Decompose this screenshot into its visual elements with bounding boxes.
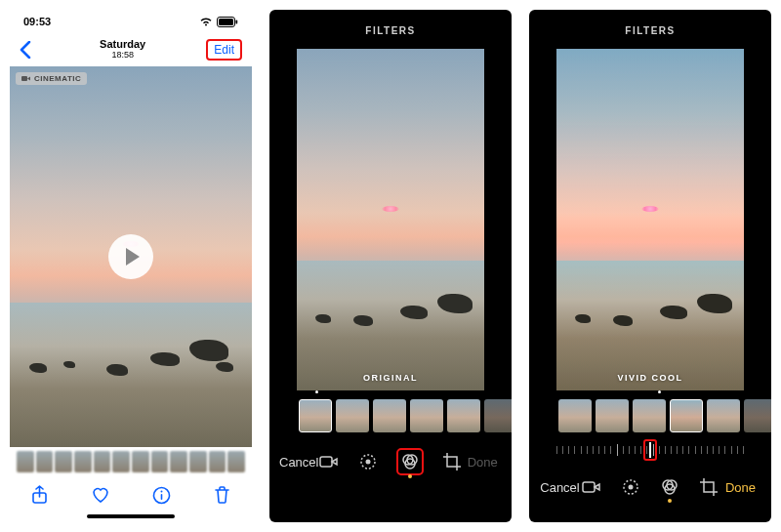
svg-point-6 <box>160 490 162 492</box>
status-right <box>199 17 238 27</box>
svg-rect-14 <box>583 482 595 492</box>
adjust-tool-icon[interactable] <box>620 476 641 498</box>
done-button[interactable]: Done <box>719 480 761 495</box>
filter-thumb-4[interactable] <box>707 399 740 432</box>
svg-rect-8 <box>320 457 332 467</box>
svg-rect-2 <box>236 20 238 23</box>
trash-button[interactable] <box>213 485 232 505</box>
cancel-button[interactable]: Cancel <box>539 480 581 495</box>
svg-rect-3 <box>21 76 27 81</box>
intensity-slider[interactable] <box>556 437 744 463</box>
filters-header: FILTERS <box>269 16 512 45</box>
screen-filters-vivid-cool: FILTERS VIVID COOL <box>529 10 771 522</box>
filter-thumb-1[interactable] <box>336 399 369 432</box>
filter-preview[interactable]: ORIGINAL <box>297 49 484 390</box>
battery-icon <box>217 17 238 27</box>
video-tool-icon[interactable] <box>318 451 340 472</box>
filter-thumbnails[interactable] <box>269 390 512 437</box>
home-indicator[interactable] <box>87 514 175 518</box>
filter-thumb-0[interactable] <box>558 399 592 432</box>
thumbnail-strip[interactable] <box>10 447 252 476</box>
info-button[interactable] <box>151 485 171 505</box>
cinematic-label: CINEMATIC <box>34 74 81 83</box>
filter-thumb-4[interactable] <box>447 399 480 432</box>
nav-subtitle: 18:58 <box>39 50 206 61</box>
share-button[interactable] <box>29 485 49 505</box>
filter-thumb-2[interactable] <box>373 399 406 432</box>
filter-thumb-2[interactable] <box>633 399 666 432</box>
svg-rect-7 <box>161 494 163 500</box>
back-button[interactable] <box>20 41 39 59</box>
nav-title-wrap: Saturday 18:58 <box>39 39 206 61</box>
filters-header: FILTERS <box>529 16 771 45</box>
video-tool-icon[interactable] <box>581 476 602 498</box>
wifi-icon <box>199 17 213 26</box>
status-bar: 09:53 <box>10 10 252 33</box>
filter-thumb-3[interactable] <box>410 399 443 432</box>
done-button[interactable]: Done <box>463 455 502 470</box>
favorite-button[interactable] <box>91 485 110 505</box>
screen-filters-original: FILTERS ORIGINAL Cancel <box>269 10 512 522</box>
bottom-toolbar <box>10 476 252 513</box>
nav-bar: Saturday 18:58 Edit <box>10 33 252 66</box>
current-filter-label: ORIGINAL <box>363 373 418 383</box>
cinematic-badge: CINEMATIC <box>16 72 87 85</box>
filter-thumb-3[interactable] <box>670 399 703 432</box>
filter-thumb-5[interactable] <box>744 399 771 432</box>
screen-photos-view: 09:53 Saturday 18:58 Edit <box>10 10 252 522</box>
nav-title: Saturday <box>39 39 206 50</box>
cancel-button[interactable]: Cancel <box>279 455 318 470</box>
filter-thumb-0[interactable] <box>299 399 332 432</box>
adjust-tool-icon[interactable] <box>357 451 379 472</box>
edit-tools <box>318 448 463 475</box>
filter-thumb-5[interactable] <box>484 399 512 432</box>
filter-preview[interactable]: VIVID COOL <box>556 49 744 390</box>
filters-tool-icon[interactable] <box>396 448 424 475</box>
edit-button[interactable]: Edit <box>206 39 242 61</box>
edit-bottom-bar: Cancel Done <box>269 437 512 486</box>
status-time: 09:53 <box>23 16 51 27</box>
svg-point-10 <box>366 460 371 465</box>
edit-tools <box>581 476 719 498</box>
filters-tool-icon[interactable] <box>659 476 680 498</box>
crop-tool-icon[interactable] <box>441 451 463 472</box>
filter-thumbnails[interactable] <box>529 390 771 437</box>
svg-rect-1 <box>219 19 233 25</box>
svg-point-16 <box>629 485 634 490</box>
filter-thumb-1[interactable] <box>596 399 629 432</box>
crop-tool-icon[interactable] <box>698 476 719 498</box>
edit-bottom-bar: Cancel Done <box>529 463 771 512</box>
current-filter-label: VIVID COOL <box>617 373 682 383</box>
photo-preview[interactable]: CINEMATIC <box>10 66 252 447</box>
play-button[interactable] <box>108 234 153 279</box>
